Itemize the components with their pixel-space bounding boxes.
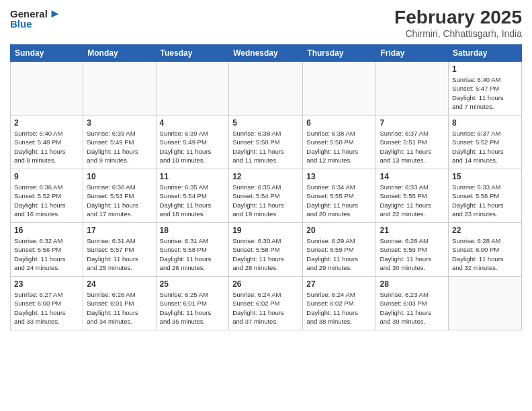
calendar-cell — [11, 62, 83, 116]
calendar-cell — [376, 62, 449, 116]
day-number: 23 — [14, 279, 79, 289]
calendar-cell: 6Sunrise: 6:38 AM Sunset: 5:50 PM Daylig… — [303, 116, 376, 169]
day-number: 22 — [452, 226, 518, 235]
day-info: Sunrise: 6:28 AM Sunset: 5:59 PM Dayligh… — [380, 236, 445, 272]
header-wednesday: Wednesday — [229, 45, 303, 62]
header-friday: Friday — [376, 45, 449, 62]
day-number: 15 — [452, 172, 518, 181]
calendar-cell: 18Sunrise: 6:31 AM Sunset: 5:58 PM Dayli… — [156, 223, 229, 277]
calendar-cell: 3Sunrise: 6:39 AM Sunset: 5:49 PM Daylig… — [83, 116, 156, 169]
header-tuesday: Tuesday — [156, 45, 229, 62]
day-info: Sunrise: 6:37 AM Sunset: 5:52 PM Dayligh… — [452, 129, 518, 165]
calendar-cell: 22Sunrise: 6:28 AM Sunset: 6:00 PM Dayli… — [449, 223, 522, 277]
calendar-cell: 7Sunrise: 6:37 AM Sunset: 5:51 PM Daylig… — [376, 116, 449, 169]
header-monday: Monday — [83, 45, 156, 62]
subtitle: Chirmiri, Chhattisgarh, India — [394, 28, 522, 39]
day-number: 18 — [160, 226, 226, 235]
day-number: 12 — [232, 172, 299, 181]
calendar-cell: 11Sunrise: 6:35 AM Sunset: 5:54 PM Dayli… — [156, 169, 229, 223]
calendar-cell — [229, 62, 303, 116]
calendar-week-3: 9Sunrise: 6:36 AM Sunset: 5:52 PM Daylig… — [11, 169, 522, 223]
page-container: General ► Blue February 2025 Chirmiri, C… — [0, 0, 532, 337]
day-number: 2 — [14, 118, 79, 128]
day-number: 13 — [306, 172, 372, 181]
day-number: 7 — [380, 118, 445, 128]
day-info: Sunrise: 6:24 AM Sunset: 6:02 PM Dayligh… — [306, 290, 372, 326]
header-saturday: Saturday — [449, 45, 522, 62]
day-info: Sunrise: 6:31 AM Sunset: 5:58 PM Dayligh… — [160, 236, 226, 272]
calendar-cell: 12Sunrise: 6:35 AM Sunset: 5:54 PM Dayli… — [229, 169, 303, 223]
day-info: Sunrise: 6:38 AM Sunset: 5:50 PM Dayligh… — [232, 129, 299, 165]
calendar-cell: 4Sunrise: 6:39 AM Sunset: 5:49 PM Daylig… — [156, 116, 229, 169]
calendar-cell: 2Sunrise: 6:40 AM Sunset: 5:48 PM Daylig… — [11, 116, 83, 169]
day-number: 17 — [87, 226, 152, 235]
day-info: Sunrise: 6:25 AM Sunset: 6:01 PM Dayligh… — [160, 290, 226, 326]
day-number: 24 — [87, 279, 152, 289]
calendar-cell: 1Sunrise: 6:40 AM Sunset: 5:47 PM Daylig… — [449, 62, 522, 116]
day-info: Sunrise: 6:35 AM Sunset: 5:54 PM Dayligh… — [160, 183, 226, 218]
logo-blue: Blue — [10, 18, 32, 30]
day-number: 27 — [306, 279, 372, 289]
day-number: 3 — [87, 118, 152, 128]
day-info: Sunrise: 6:24 AM Sunset: 6:02 PM Dayligh… — [232, 290, 299, 326]
day-info: Sunrise: 6:33 AM Sunset: 5:55 PM Dayligh… — [380, 183, 445, 218]
day-number: 16 — [14, 226, 79, 235]
day-info: Sunrise: 6:32 AM Sunset: 5:56 PM Dayligh… — [14, 236, 79, 272]
calendar-cell: 20Sunrise: 6:29 AM Sunset: 5:59 PM Dayli… — [303, 223, 376, 277]
calendar-table: Sunday Monday Tuesday Wednesday Thursday… — [10, 44, 522, 330]
header-thursday: Thursday — [303, 45, 376, 62]
title-area: February 2025 Chirmiri, Chhattisgarh, In… — [394, 7, 522, 39]
calendar-cell: 26Sunrise: 6:24 AM Sunset: 6:02 PM Dayli… — [229, 277, 303, 330]
day-info: Sunrise: 6:34 AM Sunset: 5:55 PM Dayligh… — [306, 183, 372, 218]
main-title: February 2025 — [394, 7, 522, 28]
day-info: Sunrise: 6:35 AM Sunset: 5:54 PM Dayligh… — [232, 183, 299, 218]
calendar-cell: 19Sunrise: 6:30 AM Sunset: 5:58 PM Dayli… — [229, 223, 303, 277]
calendar-cell: 28Sunrise: 6:23 AM Sunset: 6:03 PM Dayli… — [376, 277, 449, 330]
calendar-cell: 9Sunrise: 6:36 AM Sunset: 5:52 PM Daylig… — [11, 169, 83, 223]
day-number: 14 — [380, 172, 445, 181]
header-sunday: Sunday — [11, 45, 83, 62]
day-info: Sunrise: 6:26 AM Sunset: 6:01 PM Dayligh… — [87, 290, 152, 326]
day-number: 26 — [232, 279, 299, 289]
day-info: Sunrise: 6:39 AM Sunset: 5:49 PM Dayligh… — [160, 129, 226, 165]
day-number: 5 — [232, 118, 299, 128]
day-number: 4 — [160, 118, 226, 128]
logo-icon: ► — [49, 7, 61, 21]
day-number: 6 — [306, 118, 372, 128]
header: General ► Blue February 2025 Chirmiri, C… — [10, 7, 522, 39]
calendar-cell — [156, 62, 229, 116]
day-info: Sunrise: 6:40 AM Sunset: 5:47 PM Dayligh… — [452, 75, 518, 111]
day-number: 1 — [452, 64, 518, 74]
calendar-week-5: 23Sunrise: 6:27 AM Sunset: 6:00 PM Dayli… — [11, 277, 522, 330]
calendar-cell: 14Sunrise: 6:33 AM Sunset: 5:55 PM Dayli… — [376, 169, 449, 223]
calendar-cell: 27Sunrise: 6:24 AM Sunset: 6:02 PM Dayli… — [303, 277, 376, 330]
day-info: Sunrise: 6:36 AM Sunset: 5:53 PM Dayligh… — [87, 183, 152, 218]
calendar-week-2: 2Sunrise: 6:40 AM Sunset: 5:48 PM Daylig… — [11, 116, 522, 169]
calendar-cell: 5Sunrise: 6:38 AM Sunset: 5:50 PM Daylig… — [229, 116, 303, 169]
day-number: 8 — [452, 118, 518, 128]
calendar-week-4: 16Sunrise: 6:32 AM Sunset: 5:56 PM Dayli… — [11, 223, 522, 277]
day-info: Sunrise: 6:38 AM Sunset: 5:50 PM Dayligh… — [306, 129, 372, 165]
calendar-header-row: Sunday Monday Tuesday Wednesday Thursday… — [11, 45, 522, 62]
day-info: Sunrise: 6:33 AM Sunset: 5:56 PM Dayligh… — [452, 183, 518, 218]
calendar-cell: 8Sunrise: 6:37 AM Sunset: 5:52 PM Daylig… — [449, 116, 522, 169]
day-info: Sunrise: 6:36 AM Sunset: 5:52 PM Dayligh… — [14, 183, 79, 218]
calendar-cell: 15Sunrise: 6:33 AM Sunset: 5:56 PM Dayli… — [449, 169, 522, 223]
calendar-week-1: 1Sunrise: 6:40 AM Sunset: 5:47 PM Daylig… — [11, 62, 522, 116]
day-number: 9 — [14, 172, 79, 181]
calendar-cell: 25Sunrise: 6:25 AM Sunset: 6:01 PM Dayli… — [156, 277, 229, 330]
calendar-cell: 24Sunrise: 6:26 AM Sunset: 6:01 PM Dayli… — [83, 277, 156, 330]
calendar-cell: 16Sunrise: 6:32 AM Sunset: 5:56 PM Dayli… — [11, 223, 83, 277]
day-number: 19 — [232, 226, 299, 235]
day-number: 10 — [87, 172, 152, 181]
calendar-cell — [83, 62, 156, 116]
day-info: Sunrise: 6:31 AM Sunset: 5:57 PM Dayligh… — [87, 236, 152, 272]
day-info: Sunrise: 6:40 AM Sunset: 5:48 PM Dayligh… — [14, 129, 79, 165]
day-info: Sunrise: 6:30 AM Sunset: 5:58 PM Dayligh… — [232, 236, 299, 272]
day-info: Sunrise: 6:29 AM Sunset: 5:59 PM Dayligh… — [306, 236, 372, 272]
logo: General ► Blue — [10, 7, 61, 30]
calendar-cell: 10Sunrise: 6:36 AM Sunset: 5:53 PM Dayli… — [83, 169, 156, 223]
day-info: Sunrise: 6:28 AM Sunset: 6:00 PM Dayligh… — [452, 236, 518, 272]
calendar-cell: 17Sunrise: 6:31 AM Sunset: 5:57 PM Dayli… — [83, 223, 156, 277]
calendar-cell — [449, 277, 522, 330]
